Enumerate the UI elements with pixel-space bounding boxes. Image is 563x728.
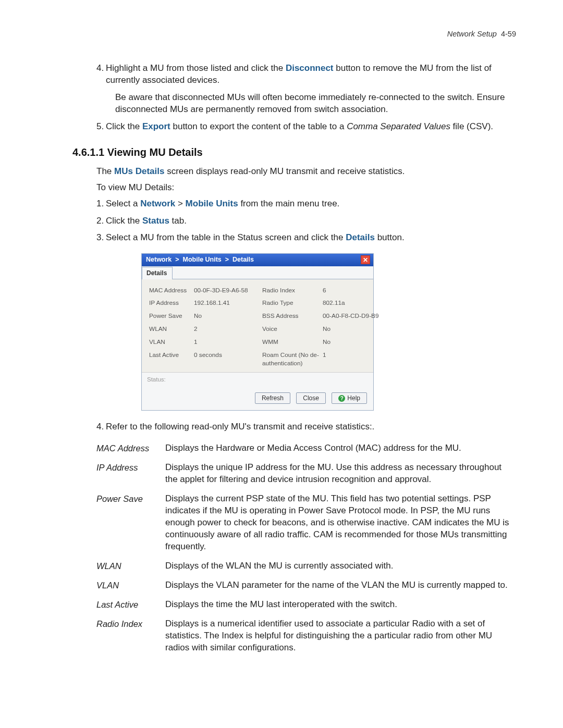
field-value: 6 [323,287,383,295]
field-label: VLAN [149,338,191,347]
definition-row: WLANDisplays of the WLAN the MU is curre… [96,560,516,572]
step-5: 5. Click the Export button to export the… [96,121,516,133]
field-label: WMM [262,338,320,347]
step-num: 4. [96,63,104,75]
definition-desc: Displays the Hardware or Media Access Co… [165,442,516,454]
export-keyword: Export [142,121,170,131]
definition-desc: Displays the VLAN parameter for the name… [165,579,516,591]
content-body: 4. Highlight a MU from those listed and … [96,63,516,653]
substep-4: 4. Refer to the following read-only MU's… [96,421,516,433]
button-row: Refresh Close ?Help [142,387,373,411]
field-value: 192.168.1.41 [194,299,259,307]
field-label: Last Active [149,351,191,368]
field-value: No [323,338,383,347]
definition-row: Radio IndexDisplays is a numerical ident… [96,618,516,654]
field-value: 2 [194,325,259,334]
section-heading: 4.6.1.1 Viewing MU Details [72,145,516,159]
definition-term: Power Save [96,493,165,504]
field-value: No [194,312,259,320]
status-bar: Status: [142,372,373,387]
field-value: 00-A0-F8-CD-D9-B9 [323,312,383,320]
help-button[interactable]: ?Help [332,392,367,404]
field-label: BSS Address [262,312,320,320]
step-num: 5. [96,121,104,133]
definition-term: Last Active [96,599,165,610]
step-4: 4. Highlight a MU from those listed and … [96,63,516,116]
definition-row: Last ActiveDisplays the time the MU last… [96,599,516,611]
field-label: MAC Address [149,287,191,295]
close-button[interactable]: Close [296,392,326,404]
close-icon[interactable]: ✕ [361,255,370,264]
definition-desc: Displays the unique IP address for the M… [165,462,516,486]
field-label: Radio Index [262,287,320,295]
window-titlebar: Network > Mobile Units > Details ✕ [142,254,373,266]
tab-details[interactable]: Details [142,267,173,279]
details-panel: MAC Address00-0F-3D-E9-A6-58Radio Index6… [142,279,373,372]
field-label: Voice [262,325,320,334]
field-value: 0 seconds [194,351,259,368]
definition-term: WLAN [96,560,165,572]
field-label: Radio Type [262,299,320,307]
definition-term: Radio Index [96,618,165,630]
field-value: 802.11a [323,299,383,307]
field-label: IP Address [149,299,191,307]
definition-desc: Displays is a numerical identifier used … [165,618,516,654]
step-text: Highlight a MU from those listed and cli… [106,63,492,85]
field-value: 1 [194,338,259,347]
refresh-button[interactable]: Refresh [255,392,290,404]
page-number: 4-59 [501,30,516,38]
step-text: Click the Export button to export the co… [106,121,493,131]
help-icon: ? [338,395,345,402]
definition-row: IP AddressDisplays the unique IP address… [96,462,516,486]
definition-term: VLAN [96,579,165,591]
step-4-note: Be aware that disconnected MUs will ofte… [115,92,516,116]
substep-3: 3. Select a MU from the table in the Sta… [96,232,516,244]
definition-desc: Displays of the WLAN the MU is currently… [165,560,516,572]
tab-row: Details [142,266,373,279]
definition-row: Power SaveDisplays the current PSP state… [96,493,516,553]
definition-term: IP Address [96,462,165,473]
intro-paragraph: The MUs Details screen displays read-onl… [96,166,516,178]
field-value: 1 [323,351,383,368]
details-window: Network > Mobile Units > Details ✕ Detai… [141,253,374,411]
definitions-table: MAC AddressDisplays the Hardware or Medi… [96,442,516,653]
field-value: 00-0F-3D-E9-A6-58 [194,287,259,295]
field-label: Power Save [149,312,191,320]
mus-details-keyword: MUs Details [114,166,164,176]
substep-1: 1. Select a Network > Mobile Units from … [96,198,516,210]
intro-2: To view MU Details: [96,182,516,194]
definition-desc: Displays the current PSP state of the MU… [165,493,516,553]
page-header: Network Setup 4-59 [447,29,516,40]
substep-2: 2. Click the Status tab. [96,215,516,227]
disconnect-keyword: Disconnect [286,63,334,73]
header-section: Network Setup [447,30,497,38]
definition-term: MAC Address [96,442,165,454]
definition-row: VLANDisplays the VLAN parameter for the … [96,579,516,591]
field-label: WLAN [149,325,191,334]
breadcrumb: Network > Mobile Units > Details [146,255,254,264]
definition-desc: Displays the time the MU last interopera… [165,599,516,611]
field-label: Roam Count (No de-authentication) [262,351,320,368]
field-value: No [323,325,383,334]
document-page: Network Setup 4-59 4. Highlight a MU fro… [0,0,563,728]
definition-row: MAC AddressDisplays the Hardware or Medi… [96,442,516,454]
